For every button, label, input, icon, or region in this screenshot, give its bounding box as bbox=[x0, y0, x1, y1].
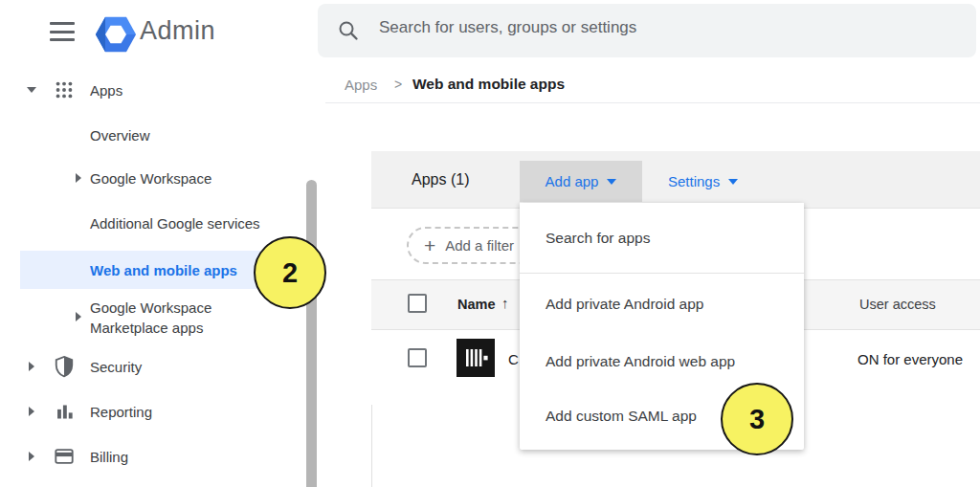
sidebar-item-apps[interactable]: Apps bbox=[90, 82, 122, 99]
settings-label: Settings bbox=[668, 173, 720, 189]
sidebar-item-overview[interactable]: Overview bbox=[90, 127, 150, 144]
row-checkbox[interactable] bbox=[408, 348, 427, 367]
sidebar-item-additional-google-services[interactable]: Additional Google services bbox=[90, 215, 260, 232]
app-logo-icon bbox=[457, 339, 495, 381]
add-app-button[interactable]: Add app bbox=[520, 161, 642, 202]
annotation-step-3-badge: 3 bbox=[721, 383, 793, 455]
breadcrumb-current: Web and mobile apps bbox=[412, 76, 565, 93]
bar-chart-icon bbox=[55, 402, 75, 426]
breadcrumb-divider bbox=[325, 102, 980, 103]
marketplace-line2: Marketplace apps bbox=[90, 318, 212, 338]
user-access-value: ON for everyone bbox=[858, 351, 963, 367]
chevron-right-icon[interactable] bbox=[76, 173, 81, 183]
chevron-down-icon bbox=[607, 179, 616, 185]
brand-title: Admin bbox=[140, 16, 215, 46]
sidebar-item-web-and-mobile-apps-label[interactable]: Web and mobile apps bbox=[90, 262, 237, 278]
sidebar-item-marketplace-apps[interactable]: Google Workspace Marketplace apps bbox=[90, 298, 212, 338]
plus-icon: + bbox=[424, 235, 435, 255]
sidebar-item-security[interactable]: Security bbox=[90, 359, 142, 375]
menu-hamburger-icon[interactable] bbox=[50, 22, 75, 41]
search-input[interactable] bbox=[379, 15, 915, 40]
breadcrumb-separator: > bbox=[394, 77, 402, 92]
sort-ascending-icon[interactable]: ↑ bbox=[501, 295, 509, 311]
chevron-right-icon[interactable] bbox=[29, 362, 34, 371]
column-header-user-access[interactable]: User access bbox=[859, 297, 936, 312]
chevron-down-icon[interactable] bbox=[27, 87, 36, 93]
breadcrumb-parent[interactable]: Apps bbox=[345, 77, 377, 93]
sidebar-item-reporting[interactable]: Reporting bbox=[90, 404, 152, 420]
select-all-checkbox[interactable] bbox=[408, 294, 427, 313]
app-name-text[interactable]: C bbox=[508, 351, 519, 367]
sidebar-scrollbar[interactable] bbox=[306, 180, 317, 487]
google-admin-logo bbox=[95, 15, 137, 57]
marketplace-line1: Google Workspace bbox=[90, 298, 212, 318]
chevron-right-icon[interactable] bbox=[76, 312, 81, 321]
apps-grid-icon bbox=[54, 79, 75, 104]
menu-item-search-for-apps[interactable]: Search for apps bbox=[520, 203, 804, 274]
add-filter-label: Add a filter bbox=[445, 237, 514, 254]
chevron-down-icon bbox=[728, 179, 738, 185]
menu-item-add-private-android-app[interactable]: Add private Android app bbox=[520, 274, 804, 335]
annotation-step-2-badge: 2 bbox=[254, 236, 326, 309]
chevron-right-icon[interactable] bbox=[29, 407, 34, 416]
add-app-label: Add app bbox=[546, 173, 599, 189]
chevron-right-icon[interactable] bbox=[29, 452, 34, 461]
credit-card-icon bbox=[54, 446, 75, 471]
column-header-name[interactable]: Name bbox=[457, 297, 496, 312]
apps-count-title: Apps (1) bbox=[412, 171, 469, 188]
shield-icon bbox=[54, 355, 75, 382]
sidebar-item-google-workspace[interactable]: Google Workspace bbox=[90, 170, 212, 187]
settings-button[interactable]: Settings bbox=[668, 161, 738, 202]
menu-item-add-private-android-web-app[interactable]: Add private Android web app bbox=[520, 335, 804, 388]
search-icon bbox=[337, 19, 360, 46]
sidebar-item-billing[interactable]: Billing bbox=[90, 449, 128, 465]
